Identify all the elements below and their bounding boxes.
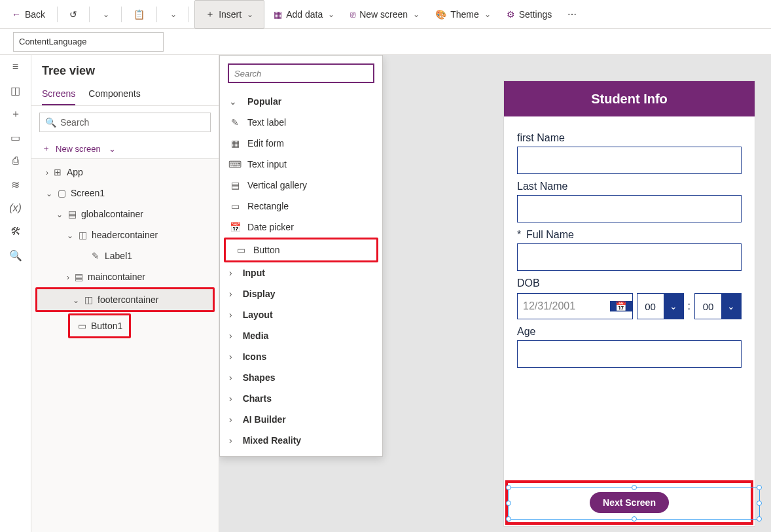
settings-button[interactable]: ⚙ Settings (500, 3, 559, 26)
full-name-input[interactable] (517, 243, 742, 271)
button-icon: ▭ (235, 244, 247, 256)
add-rail-icon[interactable]: ＋ (9, 107, 22, 120)
hour-dropdown[interactable]: 00 ⌄ (637, 293, 684, 319)
container-icon: ▤ (73, 272, 84, 282)
first-name-input[interactable] (517, 147, 742, 174)
insert-search-input[interactable] (234, 69, 368, 79)
age-input[interactable] (517, 340, 742, 368)
insert-cat-shapes[interactable]: ›Shapes (220, 367, 382, 388)
insert-cat-display[interactable]: ›Display (220, 283, 382, 304)
insert-cat-layout[interactable]: ›Layout (220, 304, 382, 325)
minute-dropdown[interactable]: 00 ⌄ (694, 293, 742, 319)
app-icon: ⊞ (52, 167, 63, 177)
left-rail: ≡ ◫ ＋ ▭ ⎙ ≋ (x) 🛠 🔍 (0, 55, 31, 532)
phone-preview: Student Info first Name Last Name Full N… (504, 81, 755, 526)
dob-label: DOB (517, 277, 742, 289)
separator (156, 7, 157, 22)
insert-button-item[interactable]: ▭Button (226, 239, 376, 260)
handle[interactable] (757, 501, 762, 506)
last-name-label: Last Name (517, 181, 742, 192)
search-rail-icon[interactable]: 🔍 (9, 249, 22, 262)
paste-split[interactable] (162, 3, 183, 26)
gear-icon: ⚙ (507, 9, 515, 20)
undo-icon: ↺ (69, 9, 77, 20)
handle[interactable] (632, 485, 637, 490)
insert-text-label[interactable]: ✎Text label (220, 112, 382, 133)
tree-search-ph: Search (60, 117, 89, 128)
tree-item-global[interactable]: ▤globalcontainer (31, 204, 219, 224)
first-name-label: first Name (517, 132, 742, 144)
last-name-input[interactable] (517, 195, 742, 222)
theme-label: Theme (450, 9, 479, 20)
full-name-label: Full Name (526, 229, 742, 241)
tree-item-label1[interactable]: ✎Label1 (31, 245, 219, 266)
arrow-left-icon: ← (12, 9, 21, 20)
formula-input[interactable] (169, 32, 766, 52)
plus-icon: ＋ (206, 9, 215, 20)
overflow-button[interactable]: ⋯ (561, 3, 583, 26)
palette-icon: 🎨 (435, 9, 446, 20)
insert-cat-popular[interactable]: ⌄Popular (220, 91, 382, 112)
theme-button[interactable]: 🎨 Theme (429, 3, 497, 26)
variables-rail-icon[interactable]: (x) (9, 202, 22, 215)
tree-item-main[interactable]: ▤maincontainer (31, 266, 219, 287)
tree-rail-icon[interactable]: ◫ (9, 84, 22, 97)
new-screen-button[interactable]: ⎚ New screen (344, 3, 426, 26)
insert-text-input[interactable]: ⌨Text input (220, 154, 382, 175)
label-icon: ✎ (229, 116, 241, 128)
insert-cat-ai[interactable]: ›AI Builder (220, 409, 382, 430)
back-button[interactable]: ← Back (5, 3, 52, 26)
tree-item-screen1[interactable]: ▢Screen1 (31, 183, 219, 204)
rectangle-icon: ▭ (229, 200, 241, 212)
tree-item-app[interactable]: ⊞App (31, 162, 219, 183)
separator (121, 7, 122, 22)
media-rail-icon[interactable]: ⎙ (9, 154, 22, 168)
add-data-button[interactable]: ▦ Add data (267, 3, 341, 26)
insert-edit-form[interactable]: ▦Edit form (220, 133, 382, 154)
tree-item-button1[interactable]: ▭Button1 (70, 315, 129, 336)
insert-cat-media[interactable]: ›Media (220, 325, 382, 346)
new-screen-text: New screen (56, 144, 101, 154)
insert-date-picker[interactable]: 📅Date picker (220, 217, 382, 238)
undo-button[interactable]: ↺ (63, 3, 84, 26)
new-screen-label: New screen (359, 9, 408, 20)
form-header: Student Info (504, 81, 755, 116)
age-label: Age (517, 326, 742, 338)
tab-screens[interactable]: Screens (42, 83, 75, 105)
property-selector[interactable]: ContentLanguage (13, 32, 164, 52)
separator (89, 7, 90, 22)
handle[interactable] (757, 485, 762, 490)
handle[interactable] (506, 516, 511, 522)
insert-cat-charts[interactable]: ›Charts (220, 388, 382, 409)
handle[interactable] (506, 501, 511, 506)
calendar-icon: 📅 (610, 301, 632, 311)
data-rail-icon[interactable]: ▭ (9, 131, 22, 144)
insert-button[interactable]: ＋ Insert (194, 0, 264, 29)
canvas[interactable]: ⌄Popular ✎Text label ▦Edit form ⌨Text in… (219, 55, 771, 532)
insert-search[interactable] (228, 63, 374, 83)
tree-item-header[interactable]: ◫headercontainer (31, 224, 219, 245)
insert-cat-icons[interactable]: ›Icons (220, 346, 382, 367)
dob-date-picker[interactable]: 12/31/2001 📅 (517, 293, 633, 319)
insert-cat-mr[interactable]: ›Mixed Reality (220, 430, 382, 451)
tools-rail-icon[interactable]: 🛠 (9, 225, 22, 238)
highlight-insert-button: ▭Button (224, 238, 378, 262)
handle[interactable] (632, 516, 637, 522)
insert-cat-input[interactable]: ›Input (220, 262, 382, 283)
hamburger-icon[interactable]: ≡ (9, 60, 22, 73)
insert-rectangle[interactable]: ▭Rectangle (220, 196, 382, 217)
tab-components[interactable]: Components (88, 83, 140, 105)
tree-list: ⊞App ▢Screen1 ▤globalcontainer ◫headerco… (31, 159, 219, 532)
paste-icon: 📋 (134, 9, 145, 20)
insert-menu: ⌄Popular ✎Text label ▦Edit form ⌨Text in… (219, 55, 383, 457)
tree-new-screen[interactable]: ＋ New screen ⌄ (31, 139, 219, 159)
handle[interactable] (506, 485, 511, 490)
tree-item-footer[interactable]: ◫footercontainer (37, 289, 213, 310)
undo-split[interactable] (95, 3, 116, 26)
insert-vertical-gallery[interactable]: ▤Vertical gallery (220, 175, 382, 196)
tree-search[interactable]: 🔍 Search (39, 113, 211, 132)
handle[interactable] (757, 516, 762, 522)
gallery-icon: ▤ (229, 179, 241, 191)
paste-button[interactable]: 📋 (127, 3, 151, 26)
flows-rail-icon[interactable]: ≋ (9, 178, 22, 191)
